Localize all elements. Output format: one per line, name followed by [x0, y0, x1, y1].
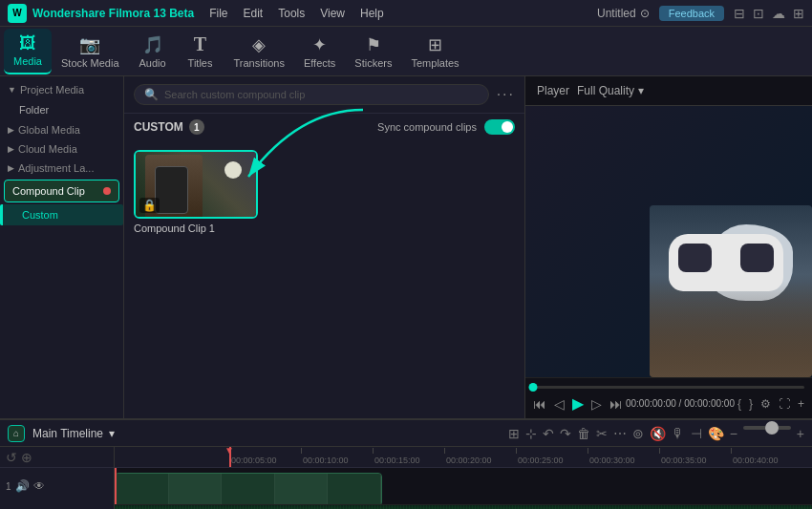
- section-count: 1: [189, 119, 204, 135]
- track-volume-icon[interactable]: 🔊: [15, 479, 30, 493]
- frame-forward-icon[interactable]: ▷: [591, 396, 602, 412]
- mute-icon[interactable]: 🔇: [650, 426, 666, 441]
- toolbar-audio[interactable]: 🎵 Audio: [129, 29, 177, 74]
- lock-icon: 🔒: [139, 198, 160, 213]
- app-name: Wondershare Filmora 13 Beta: [32, 7, 194, 20]
- skip-forward-icon[interactable]: ⏭: [609, 396, 623, 412]
- redo-icon[interactable]: ↷: [560, 426, 571, 441]
- menu-help[interactable]: Help: [360, 7, 384, 20]
- home-icon[interactable]: ⌂: [8, 425, 25, 442]
- clip-phone: [155, 166, 188, 214]
- menu-edit[interactable]: Edit: [244, 7, 264, 20]
- chevron-right-icon3: ▶: [8, 163, 14, 173]
- search-placeholder: Search custom compound clip: [164, 89, 305, 100]
- sidebar-project-media[interactable]: ▼ Project Media: [0, 80, 123, 99]
- preview-stripe-5: [328, 474, 381, 504]
- ruler-mark-4: 00:00:20:00: [444, 456, 516, 465]
- toolbar-titles[interactable]: T Titles: [177, 29, 224, 74]
- snap-icon[interactable]: ⊚: [632, 426, 644, 441]
- add-icon[interactable]: +: [798, 397, 804, 411]
- menu-view[interactable]: View: [320, 7, 345, 20]
- toolbar-effects[interactable]: ✦ Effects: [294, 29, 345, 74]
- frame-back-icon[interactable]: ◁: [554, 396, 565, 412]
- split-icon[interactable]: ⊣: [691, 426, 702, 441]
- timeline-header: ⌂ Main Timeline ▾ ⊞ ⊹ ↶ ↷ 🗑 ✂ ⋯ ⊚ 🔇 🎙 ⊣ …: [0, 420, 812, 447]
- audio-label: Audio: [139, 57, 165, 69]
- sync-toggle[interactable]: [484, 119, 515, 135]
- zoom-slider[interactable]: [743, 426, 791, 430]
- menu-file[interactable]: File: [209, 7, 227, 20]
- more-icon[interactable]: ⋯: [613, 426, 627, 441]
- toolbar-templates[interactable]: ⊞ Templates: [401, 29, 468, 74]
- main-area: ▼ Project Media Folder ▶ Global Media ▶ …: [0, 76, 812, 418]
- progress-bar[interactable]: [533, 386, 804, 389]
- zoom-in-icon[interactable]: +: [797, 426, 804, 441]
- section-label: CUSTOM: [134, 120, 183, 134]
- delete-icon[interactable]: 🗑: [577, 426, 590, 441]
- feedback-button[interactable]: Feedback: [659, 6, 724, 21]
- toolbar-stock[interactable]: 📷 Stock Media: [52, 29, 129, 74]
- play-button[interactable]: ▶: [572, 394, 584, 413]
- quality-select[interactable]: Full Quality ▾: [577, 84, 644, 97]
- ruler-mark-8: 00:00:40:00: [731, 456, 802, 465]
- sidebar-cloud-media[interactable]: ▶ Cloud Media: [0, 139, 123, 159]
- ruler-mark-1: 00:00:05:00: [229, 456, 301, 465]
- sidebar-project-media-label: Project Media: [20, 84, 84, 95]
- add-track-icon[interactable]: ⊕: [21, 450, 32, 465]
- sidebar-adjustment[interactable]: ▶ Adjustment La...: [0, 159, 123, 178]
- toolbar-media[interactable]: 🖼 Media: [4, 29, 52, 74]
- clip-item[interactable]: 🔒 Compound Clip 1: [134, 150, 258, 234]
- window-controls: ⊟ ⊡ ☁ ⊞: [734, 6, 804, 21]
- fullscreen-icon[interactable]: ⛶: [779, 397, 790, 411]
- cut-icon[interactable]: ✂: [596, 426, 608, 441]
- sidebar-global-media[interactable]: ▶ Global Media: [0, 120, 123, 139]
- player-label: Player: [537, 84, 569, 97]
- undo-icon[interactable]: ↶: [543, 426, 554, 441]
- audio-waveform: [115, 505, 812, 509]
- menubar: W Wondershare Filmora 13 Beta File Edit …: [0, 0, 812, 27]
- settings-icon[interactable]: ⚙: [760, 397, 771, 411]
- content-panel: 🔍 Search custom compound clip ··· CUSTOM…: [124, 76, 525, 418]
- preview-stripe-4: [275, 474, 329, 504]
- grid-icon[interactable]: ⊞: [793, 6, 804, 21]
- mic-icon[interactable]: 🎙: [672, 426, 685, 441]
- timeline-dropdown-icon[interactable]: ▾: [109, 427, 115, 440]
- project-title: Untitled: [597, 7, 636, 20]
- toolbar-stickers[interactable]: ⚑ Stickers: [345, 29, 401, 74]
- sidebar-custom[interactable]: Custom: [0, 204, 123, 225]
- title-area: Untitled ⊙: [597, 7, 650, 20]
- titles-icon: T: [194, 33, 206, 55]
- minimize-icon[interactable]: ⊟: [734, 6, 745, 21]
- zoom-out-icon[interactable]: −: [730, 426, 737, 441]
- audio-icon: 🎵: [142, 34, 163, 55]
- menu-tools[interactable]: Tools: [278, 7, 305, 20]
- sync-label: Sync compound clips: [377, 121, 477, 133]
- select-tool-icon[interactable]: ⊹: [525, 426, 537, 441]
- effects-label: Effects: [304, 57, 335, 69]
- search-box[interactable]: 🔍 Search custom compound clip: [134, 84, 489, 105]
- templates-label: Templates: [411, 57, 459, 69]
- more-options-button[interactable]: ···: [497, 86, 515, 103]
- toolbar-transitions[interactable]: ◈ Transitions: [224, 29, 294, 74]
- templates-icon: ⊞: [428, 34, 442, 55]
- sidebar: ▼ Project Media Folder ▶ Global Media ▶ …: [0, 76, 124, 418]
- sidebar-cloud-media-label: Cloud Media: [18, 143, 77, 155]
- skip-back-icon[interactable]: ⏮: [533, 396, 546, 412]
- cloud-icon[interactable]: ☁: [772, 6, 785, 21]
- toggle-knob: [502, 121, 513, 133]
- timeline-title: Main Timeline ▾: [32, 427, 115, 440]
- timeline: ⌂ Main Timeline ▾ ⊞ ⊹ ↶ ↷ 🗑 ✂ ⋯ ⊚ 🔇 🎙 ⊣ …: [0, 418, 812, 509]
- loop-icon[interactable]: ↺: [6, 450, 17, 465]
- sidebar-folder[interactable]: Folder: [0, 99, 123, 120]
- sidebar-compound-clip[interactable]: Compound Clip: [4, 180, 119, 202]
- maximize-icon[interactable]: ⊡: [753, 6, 764, 21]
- crop-icon[interactable]: {: [737, 397, 741, 411]
- total-time: 00:00:00:00: [684, 398, 735, 409]
- color-icon[interactable]: 🎨: [708, 426, 724, 441]
- clip-circle: [224, 161, 242, 179]
- grid-view-icon[interactable]: ⊞: [508, 426, 520, 441]
- stickers-icon: ⚑: [366, 34, 381, 55]
- compound-clip-bar[interactable]: Compound Clip 1: [115, 473, 382, 504]
- track-visible-icon[interactable]: 👁: [33, 479, 45, 493]
- mark-in-icon[interactable]: }: [749, 397, 753, 411]
